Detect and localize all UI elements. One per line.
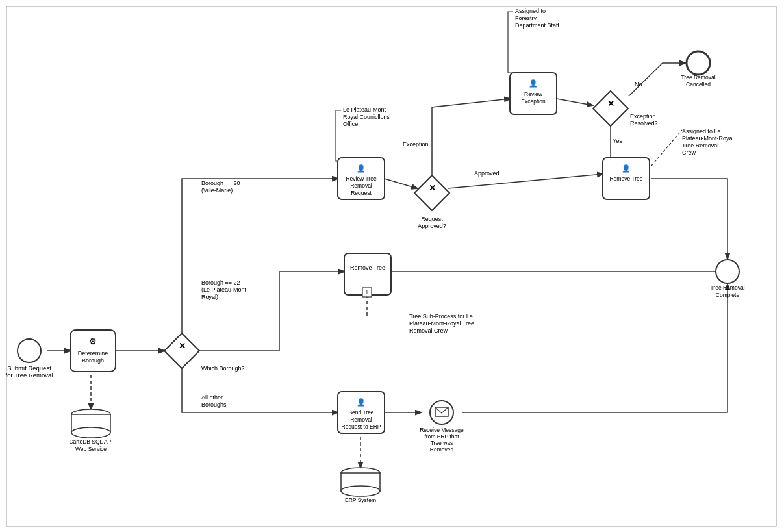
svg-text:Tree Removal: Tree Removal bbox=[682, 142, 718, 149]
plateau-crew-annotation: Assigned to Le bbox=[682, 128, 721, 134]
svg-text:Removal: Removal bbox=[350, 183, 372, 189]
svg-line-5 bbox=[557, 99, 592, 105]
svg-text:✕: ✕ bbox=[429, 183, 436, 193]
svg-text:Cancelled: Cancelled bbox=[686, 81, 711, 88]
exception-resolved-label: Exception bbox=[630, 113, 656, 120]
svg-text:Send Tree: Send Tree bbox=[348, 409, 373, 416]
svg-text:Royal Counicllor's: Royal Counicllor's bbox=[343, 114, 390, 120]
svg-text:✕: ✕ bbox=[607, 99, 614, 108]
svg-line-4 bbox=[448, 174, 603, 188]
svg-text:Tree Removal: Tree Removal bbox=[710, 285, 744, 291]
subprocess-annotation: Tree Sub-Process for Le bbox=[409, 313, 473, 320]
svg-text:Removal Crew: Removal Crew bbox=[409, 327, 448, 334]
svg-text:👤: 👤 bbox=[622, 164, 631, 173]
gateway-borough bbox=[164, 333, 199, 368]
svg-text:Tree was: Tree was bbox=[431, 440, 453, 446]
svg-text:Forestry: Forestry bbox=[515, 15, 537, 21]
svg-text:Review: Review bbox=[524, 91, 543, 97]
exception-label: Exception bbox=[403, 141, 429, 147]
svg-text:for Tree Removal: for Tree Removal bbox=[6, 372, 53, 379]
svg-text:(Le Plateau-Mont-: (Le Plateau-Mont- bbox=[201, 286, 248, 293]
svg-text:Plateau-Mont-Royal Tree: Plateau-Mont-Royal Tree bbox=[409, 320, 474, 327]
svg-text:Request to ERP: Request to ERP bbox=[342, 424, 381, 430]
end-complete-gateway bbox=[716, 260, 739, 283]
gateway-approved bbox=[414, 175, 449, 210]
end-cancelled-event bbox=[687, 51, 710, 75]
approved-label: Approved bbox=[474, 170, 499, 177]
svg-line-3 bbox=[385, 179, 417, 188]
svg-point-46 bbox=[71, 427, 110, 438]
svg-text:(Ville-Marie): (Ville-Marie) bbox=[201, 187, 233, 194]
svg-text:Removed: Removed bbox=[430, 446, 454, 453]
gateway-exception bbox=[593, 91, 628, 126]
svg-text:Web Service: Web Service bbox=[75, 446, 107, 452]
no-label: No bbox=[635, 81, 642, 88]
svg-text:👤: 👤 bbox=[529, 79, 538, 88]
svg-text:Remove Tree: Remove Tree bbox=[609, 175, 642, 182]
svg-text:Office: Office bbox=[343, 121, 358, 127]
svg-text:Request: Request bbox=[351, 190, 372, 196]
svg-text:Crew: Crew bbox=[682, 149, 696, 156]
svg-text:✕: ✕ bbox=[179, 341, 186, 351]
svg-text:👤: 👤 bbox=[357, 164, 366, 173]
svg-line-10 bbox=[651, 130, 682, 166]
svg-text:Review Tree: Review Tree bbox=[346, 175, 377, 182]
borough20-label: Borough == 20 bbox=[201, 180, 240, 186]
svg-text:Complete: Complete bbox=[716, 292, 740, 298]
borough22-label: Borough == 22 bbox=[201, 279, 240, 286]
erp-label: ERP System bbox=[345, 497, 376, 503]
svg-text:Receive Message: Receive Message bbox=[420, 427, 464, 433]
svg-text:Removal: Removal bbox=[350, 416, 372, 423]
svg-text:Plateau-Mont-Royal: Plateau-Mont-Royal bbox=[682, 135, 734, 142]
svg-point-49 bbox=[341, 486, 380, 496]
svg-text:Royal): Royal) bbox=[201, 294, 218, 300]
which-borough-label: Which Borough? bbox=[201, 365, 245, 372]
svg-text:Exception: Exception bbox=[521, 98, 546, 105]
all-boroughs-label: All other bbox=[201, 394, 223, 401]
svg-text:+: + bbox=[365, 288, 369, 296]
receive-message-event bbox=[430, 401, 453, 424]
cartodb-label: CartoDB SQL API bbox=[69, 438, 112, 445]
svg-text:Department Staff: Department Staff bbox=[515, 22, 559, 29]
svg-text:Resolved?: Resolved? bbox=[630, 120, 658, 127]
svg-text:Deteremine: Deteremine bbox=[78, 350, 108, 357]
assigned-forestry-annotation: Assigned to bbox=[515, 8, 546, 14]
svg-text:Tree Removal: Tree Removal bbox=[681, 74, 715, 81]
yes-label: Yes bbox=[613, 138, 622, 144]
request-approved-label: Request bbox=[421, 216, 443, 222]
svg-text:Approved?: Approved? bbox=[418, 223, 446, 229]
svg-text:Remove Tree: Remove Tree bbox=[350, 264, 385, 271]
svg-text:Boroughs: Boroughs bbox=[201, 401, 227, 408]
svg-text:⚙: ⚙ bbox=[89, 336, 97, 346]
svg-text:Borough: Borough bbox=[82, 357, 104, 364]
svg-text:👤: 👤 bbox=[357, 398, 366, 407]
bpmn-diagram: Submit Request for Tree Removal ⚙ Detere… bbox=[0, 0, 784, 532]
start-label: Submit Request bbox=[7, 364, 51, 372]
svg-text:from ERP that: from ERP that bbox=[424, 433, 459, 440]
start-event bbox=[18, 339, 41, 362]
councillor-annotation: Le Plateau-Mont- bbox=[343, 107, 388, 113]
